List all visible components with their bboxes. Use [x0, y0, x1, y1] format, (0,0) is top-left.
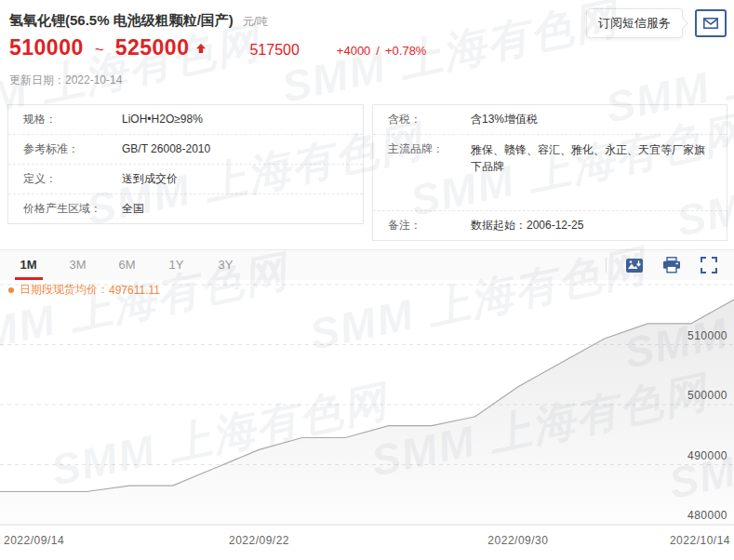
spec-table-left: 规格：LiOH•H2O≥98%参考标准：GB/T 26008-2010定义：送到… — [7, 104, 364, 224]
field-value: 数据起始：2006-12-25 — [471, 211, 727, 240]
toolbar-divider — [606, 258, 607, 273]
price-range-separator: ~ — [95, 41, 104, 60]
field-value: 全国 — [122, 194, 363, 223]
save-image-button[interactable] — [624, 256, 645, 274]
field-value: 雅保、赣锋、容汇、雅化、永正、天宜等厂家旗下品牌 — [471, 135, 727, 210]
field-label: 含税： — [373, 105, 471, 134]
table-row: 备注：数据起始：2006-12-25 — [373, 211, 727, 240]
field-label: 规格： — [8, 105, 122, 134]
tab-3m[interactable]: 3M — [53, 250, 102, 280]
table-row: 价格产生区域：全国 — [8, 194, 363, 223]
x-tick-label: 2022/09/30 — [487, 534, 548, 547]
field-label: 备注： — [373, 211, 471, 240]
update-date: 更新日期：2022-10-14 — [9, 73, 122, 88]
field-value: GB/T 26008-2010 — [122, 135, 363, 164]
field-value: LiOH•H2O≥98% — [122, 105, 363, 134]
table-row: 主流品牌：雅保、赣锋、容汇、雅化、永正、天宜等厂家旗下品牌 — [373, 135, 727, 211]
chart-area — [0, 300, 734, 525]
field-label: 定义： — [8, 165, 122, 193]
table-row: 参考标准：GB/T 26008-2010 — [8, 135, 363, 165]
legend-item[interactable]: 日期段现货均价： 497611.11 — [8, 282, 160, 298]
chart-toolbar — [606, 256, 734, 274]
field-label: 主流品牌： — [373, 135, 471, 164]
table-row: 规格：LiOH•H2O≥98% — [8, 105, 363, 135]
price-chart-svg[interactable]: 4800004900005000005100002022/09/142022/0… — [0, 279, 734, 560]
save-image-icon — [625, 258, 644, 273]
price-range-high: 525000 — [115, 35, 190, 60]
period-tabs: 1M3M6M1Y3Y — [4, 250, 250, 280]
change-value: +4000 — [337, 44, 371, 58]
unit-label: 元/吨 — [243, 14, 268, 30]
x-tick-label: 2022/10/14 — [670, 534, 730, 547]
print-button[interactable] — [661, 256, 682, 274]
field-label: 参考标准： — [8, 135, 122, 164]
change-percent: +0.78% — [385, 44, 426, 58]
price-row: 510000 ~ 525000 517500 +4000 / +0.78% — [9, 35, 426, 60]
tab-1m[interactable]: 1M — [4, 250, 53, 280]
fullscreen-icon — [701, 257, 717, 273]
chart-toolbar-bar: 1M3M6M1Y3Y — [0, 249, 734, 280]
y-tick-label: 480000 — [687, 509, 727, 522]
legend-value: 497611.11 — [109, 284, 160, 297]
fullscreen-button[interactable] — [699, 256, 719, 274]
change-separator: / — [376, 44, 380, 58]
subscribe-area: 订阅短信服务 — [586, 8, 727, 38]
y-tick-label: 490000 — [687, 449, 727, 462]
title-row: 氢氧化锂(56.5% 电池级粗颗粒/国产) 元/吨 — [9, 12, 268, 30]
legend-dot-icon — [8, 287, 14, 293]
table-row: 定义：送到成交价 — [8, 165, 363, 194]
envelope-button[interactable] — [695, 9, 727, 37]
table-row: 含税：含13%增值税 — [373, 105, 727, 135]
page-title: 氢氧化锂(56.5% 电池级粗颗粒/国产) — [9, 12, 234, 30]
field-label: 价格产生区域： — [8, 194, 122, 223]
envelope-icon — [703, 18, 718, 29]
price-header: 氢氧化锂(56.5% 电池级粗颗粒/国产) 元/吨 订阅短信服务 510000 … — [0, 0, 734, 100]
x-tick-label: 2022/09/22 — [229, 534, 289, 547]
x-tick-label: 2022/09/14 — [4, 534, 64, 547]
y-tick-label: 500000 — [687, 389, 727, 402]
price-range-low: 510000 — [9, 35, 84, 60]
price-up-arrow-icon — [195, 43, 207, 54]
tab-1y[interactable]: 1Y — [152, 250, 201, 280]
tab-6m[interactable]: 6M — [102, 250, 152, 280]
print-icon — [662, 257, 681, 273]
legend-label: 日期段现货均价： — [20, 282, 109, 298]
tab-3y[interactable]: 3Y — [201, 250, 250, 280]
y-tick-label: 510000 — [687, 329, 727, 342]
field-value: 含13%增值税 — [471, 105, 727, 134]
price-change: +4000 / +0.78% — [337, 44, 427, 58]
mid-price: 517500 — [249, 42, 299, 59]
subscribe-sms-button[interactable]: 订阅短信服务 — [586, 8, 683, 38]
spec-table-right: 含税：含13%增值税主流品牌：雅保、赣锋、容汇、雅化、永正、天宜等厂家旗下品牌备… — [372, 104, 727, 241]
field-value: 送到成交价 — [122, 165, 363, 193]
